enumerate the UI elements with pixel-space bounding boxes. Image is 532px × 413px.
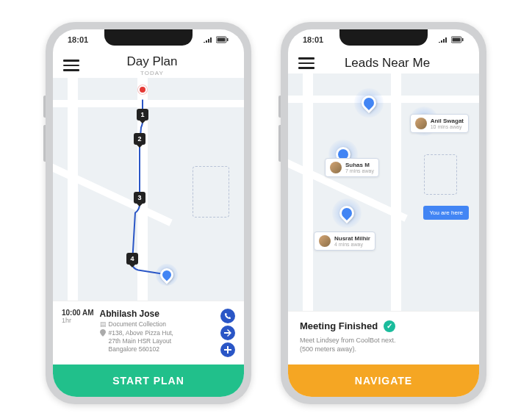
- signal-icon: [438, 36, 448, 43]
- map-view[interactable]: 1 2 3 4: [53, 78, 244, 301]
- start-plan-button[interactable]: START PLAN: [53, 364, 244, 397]
- status-icons: [203, 36, 229, 43]
- status-time: 18:01: [68, 35, 88, 44]
- lead-distance: 10 mins away: [431, 124, 464, 129]
- check-icon: ✓: [384, 320, 395, 332]
- current-location-marker: [156, 264, 178, 286]
- notch: [339, 29, 428, 46]
- status-title: Meeting Finished: [300, 320, 378, 331]
- avatar: [415, 118, 427, 129]
- appointment-details: Abhilash Jose ▤ Document Collection #138…: [100, 309, 215, 357]
- svg-rect-5: [453, 38, 461, 42]
- action-buttons: [220, 309, 235, 357]
- lead-name: Nusrat Milhir: [334, 235, 370, 242]
- lead-name: Anil Swagat: [431, 118, 464, 124]
- stop-marker-3[interactable]: 3: [134, 192, 145, 204]
- screen: 18:01 Leads Near Me: [288, 29, 479, 397]
- call-button[interactable]: [220, 309, 235, 323]
- appointment-duration: 1hr: [62, 317, 94, 324]
- phone-frame-leads: 18:01 Leads Near Me: [281, 22, 486, 404]
- lead-callout[interactable]: Nusrat Milhir 4 mins away: [314, 231, 375, 251]
- add-button[interactable]: [220, 342, 235, 357]
- document-icon: ▤: [100, 320, 106, 328]
- lead-name: Suhas M: [345, 162, 374, 168]
- appointment-card[interactable]: 10:00 AM 1hr Abhilash Jose ▤ Document Co…: [53, 301, 244, 364]
- stop-marker-1[interactable]: 1: [137, 109, 148, 121]
- battery-icon: [451, 36, 464, 43]
- route-start-marker: [138, 85, 147, 94]
- contact-name: Abhilash Jose: [100, 309, 215, 319]
- stop-marker-2[interactable]: 2: [134, 133, 145, 145]
- menu-icon[interactable]: [63, 57, 79, 74]
- lead-callout[interactable]: Suhas M 7 mins away: [325, 158, 379, 177]
- appointment-type: Document Collection: [109, 320, 166, 328]
- page-title: Leads Near Me: [322, 56, 453, 71]
- svg-rect-2: [218, 38, 226, 42]
- appointment-time-block: 10:00 AM 1hr: [62, 309, 94, 357]
- header: Day Plan TODAY: [53, 50, 244, 78]
- status-time: 18:01: [303, 35, 323, 44]
- address: #138, Above Pizza Hut, 27th Main HSR Lay…: [109, 329, 173, 353]
- page-title: Day Plan: [87, 54, 218, 69]
- svg-rect-1: [227, 38, 229, 41]
- status-card: Meeting Finished ✓ Meet Lindsey from Coo…: [288, 311, 479, 364]
- title-block: Day Plan TODAY: [87, 54, 218, 76]
- status-icons: [438, 36, 464, 43]
- phone-frame-day-plan: 18:01 Day Plan TODAY 1: [46, 22, 251, 404]
- lead-pin[interactable]: [332, 198, 362, 228]
- screen: 18:01 Day Plan TODAY 1: [53, 29, 244, 397]
- lead-distance: 7 mins away: [345, 168, 374, 173]
- location-pin-icon: [100, 329, 106, 337]
- avatar: [319, 235, 331, 247]
- you-are-here-badge: You are here: [423, 206, 469, 220]
- page-subtitle: TODAY: [87, 70, 218, 76]
- status-description: Meet Lindsey from CoolBot next. (500 met…: [300, 336, 467, 354]
- signal-icon: [203, 36, 213, 43]
- status-title-row: Meeting Finished ✓: [300, 320, 467, 332]
- appointment-time: 10:00 AM: [62, 309, 94, 317]
- battery-icon: [216, 36, 229, 43]
- navigate-button[interactable]: NAVIGATE: [288, 364, 479, 397]
- stop-marker-4[interactable]: 4: [126, 253, 138, 265]
- lead-distance: 4 mins away: [334, 242, 370, 247]
- map-view[interactable]: Anil Swagat 10 mins away Suhas M 7 mins …: [288, 73, 479, 311]
- navigate-button[interactable]: [220, 326, 235, 340]
- menu-icon[interactable]: [298, 54, 314, 72]
- header: Leads Near Me: [288, 50, 479, 73]
- svg-rect-4: [462, 38, 464, 41]
- notch: [104, 29, 193, 46]
- route-path: [53, 78, 244, 301]
- lead-pin[interactable]: [354, 88, 384, 118]
- avatar: [330, 162, 342, 173]
- title-block: Leads Near Me: [322, 56, 453, 71]
- lead-callout[interactable]: Anil Swagat 10 mins away: [410, 114, 469, 133]
